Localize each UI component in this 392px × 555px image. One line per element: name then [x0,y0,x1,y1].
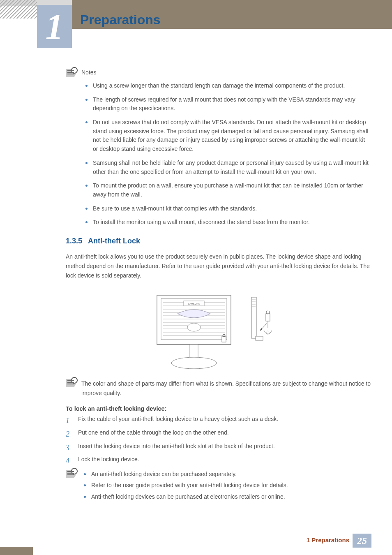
svg-text:SAMSUNG: SAMSUNG [188,303,201,305]
chapter-number: 1 [46,9,64,45]
svg-rect-18 [222,336,226,342]
note-icon [66,470,76,478]
svg-marker-31 [260,328,262,331]
step-item: 2 Put one end of the cable through the l… [66,428,371,441]
section-number: 1.3.5 [66,237,82,245]
note-icon [66,69,76,77]
lock-subheading: To lock an anti-theft locking device: [66,405,371,412]
page: 1 Preparations Notes Using a screw longe… [0,0,392,555]
note-item: To mount the product on a wall, ensure y… [85,181,371,199]
footer-accent [0,547,33,555]
step-text: Put one end of the cable through the loo… [78,428,229,441]
step-item: 3 Insert the locking device into the ant… [66,442,371,454]
step-text: Insert the locking device into the anti-… [78,442,275,454]
step-text: Lock the locking device. [78,455,139,467]
chapter-title: Preparations [80,12,161,28]
section-heading: 1.3.5Anti-theft Lock [66,237,371,245]
steps-list: 1 Fix the cable of your anti-theft locki… [66,414,371,467]
svg-point-15 [187,323,201,331]
note-item: Using a screw longer than the standard l… [85,81,371,90]
footer-page-box: 25 [353,534,371,548]
header-hatch-decoration [0,0,37,18]
notes-header-row: Notes [66,69,371,77]
page-content: Notes Using a screw longer than the stan… [66,69,371,504]
note-item: The length of screws required for a wall… [85,95,371,113]
note-item: An anti-theft locking device can be purc… [84,470,288,479]
section-intro: An anti-theft lock allows you to use the… [66,252,371,280]
step-number: 4 [66,455,73,467]
svg-point-17 [171,357,217,369]
footer-page-number: 25 [357,535,367,546]
diagram-note: The color and shape of parts may differ … [81,379,371,398]
note-item: Samsung shall not be held liable for any… [85,159,371,176]
step-number: 2 [66,428,73,441]
trailing-notes-list: An anti-theft locking device can be purc… [81,470,288,504]
trailing-note-block: An anti-theft locking device can be purc… [66,470,371,504]
note-item: Be sure to use a wall-mount kit that com… [85,204,371,213]
svg-rect-25 [256,336,263,340]
note-item: Anti-theft locking devices can be purcha… [84,493,288,502]
note-item: Do not use screws that do not comply wit… [85,118,371,154]
step-text: Fix the cable of your anti-theft locking… [78,414,278,427]
footer-chapter-label: 1 Preparations [307,536,349,543]
step-number: 1 [66,414,73,427]
svg-point-29 [267,331,269,333]
svg-rect-20 [251,297,256,338]
antitheft-diagram: SAMSUNG [149,291,288,373]
step-item: 1 Fix the cable of your anti-theft locki… [66,414,371,427]
diagram-note-block: The color and shape of parts may differ … [66,379,371,398]
note-item: Refer to the user guide provided with yo… [84,481,288,490]
svg-rect-26 [266,314,270,321]
note-item: To install the monitor using a wall moun… [85,218,371,227]
notes-label: Notes [81,69,97,77]
note-icon [66,379,76,387]
section-title: Anti-theft Lock [88,237,140,245]
notes-list: Using a screw longer than the standard l… [66,81,371,227]
step-item: 4 Lock the locking device. [66,455,371,467]
chapter-number-block: 1 [37,5,72,48]
step-number: 3 [66,442,73,454]
